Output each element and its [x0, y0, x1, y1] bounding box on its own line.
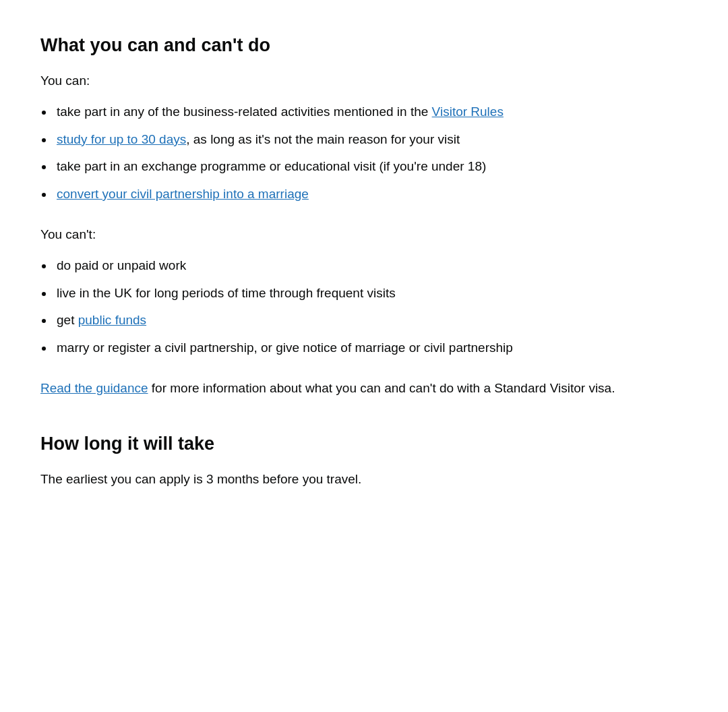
can-section: You can: take part in any of the busines… [40, 71, 688, 204]
guidance-paragraph: Read the guidance for more information a… [40, 378, 688, 398]
list-item: convert your civil partnership into a ma… [54, 184, 688, 204]
list-item: marry or register a civil partnership, o… [54, 338, 688, 358]
cant-item-4-text: marry or register a civil partnership, o… [57, 340, 513, 355]
can-item-3-text: take part in an exchange programme or ed… [57, 159, 486, 173]
public-funds-link[interactable]: public funds [78, 313, 146, 327]
list-item: take part in any of the business-related… [54, 102, 688, 122]
can-list: take part in any of the business-related… [54, 102, 688, 204]
list-item: do paid or unpaid work [54, 256, 688, 276]
cant-item-3-text-before: get [57, 313, 78, 327]
section2-para: The earliest you can apply is 3 months b… [40, 469, 688, 489]
cant-item-1-text: do paid or unpaid work [57, 258, 186, 272]
cant-list: do paid or unpaid work live in the UK fo… [54, 256, 688, 358]
guidance-text-after: for more information about what you can … [148, 381, 615, 395]
list-item: live in the UK for long periods of time … [54, 283, 688, 303]
cant-section: You can't: do paid or unpaid work live i… [40, 225, 688, 358]
section1-heading: What you can and can't do [40, 34, 688, 57]
cant-item-2-text: live in the UK for long periods of time … [57, 286, 396, 300]
cant-intro: You can't: [40, 225, 688, 245]
list-item: study for up to 30 days, as long as it's… [54, 129, 688, 150]
list-item: take part in an exchange programme or ed… [54, 156, 688, 177]
can-intro: You can: [40, 71, 688, 91]
main-content: What you can and can't do You can: take … [40, 34, 688, 490]
civil-partnership-link[interactable]: convert your civil partnership into a ma… [57, 187, 309, 201]
can-item-1-text-before: take part in any of the business-related… [57, 105, 432, 119]
can-item-2-text-after: , as long as it's not the main reason fo… [186, 132, 460, 146]
study-link[interactable]: study for up to 30 days [57, 132, 186, 146]
visitor-rules-link[interactable]: Visitor Rules [432, 105, 504, 119]
read-guidance-link[interactable]: Read the guidance [40, 381, 148, 395]
what-you-can-section: What you can and can't do You can: take … [40, 34, 688, 398]
how-long-section: How long it will take The earliest you c… [40, 432, 688, 489]
list-item: get public funds [54, 310, 688, 330]
section2-heading: How long it will take [40, 432, 688, 456]
